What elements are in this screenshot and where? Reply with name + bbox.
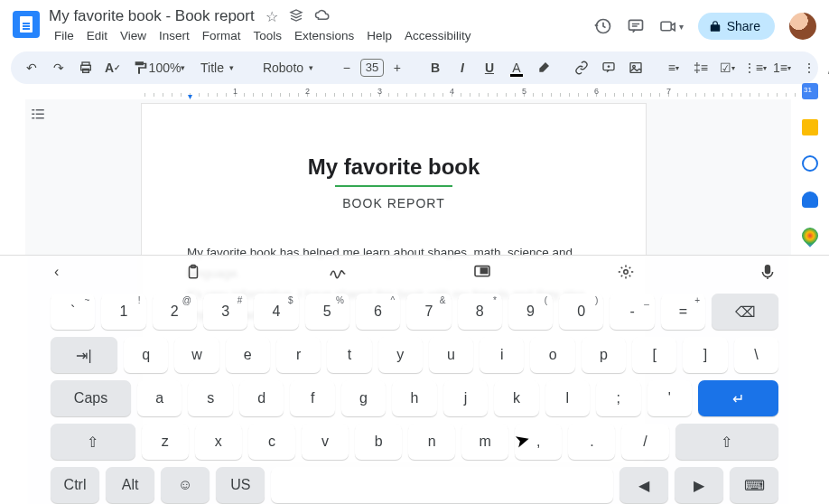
key-v[interactable]: v xyxy=(302,424,349,460)
key-l[interactable]: l xyxy=(545,380,590,416)
cloud-status-icon[interactable] xyxy=(314,8,331,25)
kb-handwriting-icon[interactable] xyxy=(329,265,347,279)
bulleted-list-button[interactable]: ⋮≡ ▾ xyxy=(743,56,767,79)
key-r[interactable]: r xyxy=(276,337,321,373)
key-alt[interactable]: Alt xyxy=(106,467,154,503)
outline-toggle-button[interactable] xyxy=(29,107,47,123)
move-icon[interactable] xyxy=(289,8,303,25)
font-size-increase[interactable]: + xyxy=(386,56,409,79)
key-n[interactable]: n xyxy=(408,424,455,460)
menu-view[interactable]: View xyxy=(115,27,152,44)
text-color-button[interactable]: A xyxy=(505,56,528,79)
menu-tools[interactable]: Tools xyxy=(248,27,288,44)
comments-icon[interactable] xyxy=(627,17,645,35)
editing-mode-button[interactable]: ▾ xyxy=(824,56,829,79)
font-size-input[interactable]: 35 xyxy=(360,59,384,77)
tasks-sidebar-icon[interactable] xyxy=(802,155,818,172)
highlight-button[interactable] xyxy=(532,56,555,79)
kb-floating-icon[interactable] xyxy=(473,265,491,279)
key-1[interactable]: 1! xyxy=(101,294,145,330)
key-.[interactable]: . xyxy=(568,424,615,460)
align-button[interactable]: ≡ ▾ xyxy=(662,56,685,79)
contacts-sidebar-icon[interactable] xyxy=(802,191,818,208)
key--[interactable]: -_ xyxy=(610,294,654,330)
key-k[interactable]: k xyxy=(494,380,538,416)
key-u[interactable]: u xyxy=(429,337,473,373)
key-left[interactable]: ◀ xyxy=(619,467,668,503)
kb-back-button[interactable]: ‹ xyxy=(54,264,59,280)
key-shift-left[interactable]: ⇧ xyxy=(51,424,135,460)
key-5[interactable]: 5% xyxy=(305,294,349,330)
key-b[interactable]: b xyxy=(355,424,402,460)
key-8[interactable]: 8* xyxy=(458,294,502,330)
key-e[interactable]: e xyxy=(226,337,270,373)
underline-button[interactable]: U xyxy=(478,56,501,79)
key-/[interactable]: / xyxy=(621,424,668,460)
numbered-list-button[interactable]: 1≡ ▾ xyxy=(770,56,794,79)
menu-format[interactable]: Format xyxy=(197,27,247,44)
history-icon[interactable] xyxy=(594,17,612,35)
meet-icon[interactable]: ▾ xyxy=(659,19,684,33)
key-'[interactable]: ' xyxy=(647,380,692,416)
star-icon[interactable]: ☆ xyxy=(265,8,278,25)
insert-image-button[interactable] xyxy=(624,56,647,79)
docs-logo[interactable] xyxy=(13,11,40,38)
key-tab[interactable]: ⇥| xyxy=(51,337,117,373)
document-title[interactable]: My favorite book - Book report xyxy=(49,7,255,25)
font-size-decrease[interactable]: − xyxy=(335,56,359,79)
spellcheck-button[interactable]: A✓ xyxy=(101,56,125,79)
italic-button[interactable]: I xyxy=(451,56,474,79)
share-button[interactable]: Share xyxy=(698,13,775,40)
key-4[interactable]: 4$ xyxy=(254,294,298,330)
kb-clipboard-icon[interactable] xyxy=(185,264,201,280)
key-7[interactable]: 7& xyxy=(406,294,451,330)
maps-sidebar-icon[interactable] xyxy=(798,224,821,247)
key-y[interactable]: y xyxy=(378,337,423,373)
kb-mic-icon[interactable] xyxy=(760,263,775,281)
key-][interactable]: ] xyxy=(683,337,727,373)
key-c[interactable]: c xyxy=(248,424,295,460)
checklist-button[interactable]: ☑ ▾ xyxy=(716,56,740,79)
key-\[interactable]: \ xyxy=(734,337,778,373)
keep-sidebar-icon[interactable] xyxy=(802,119,818,135)
calendar-sidebar-icon[interactable] xyxy=(802,83,818,99)
key-f[interactable]: f xyxy=(290,380,334,416)
zoom-select[interactable]: 100% ▾ xyxy=(155,56,179,79)
key-shift-right[interactable]: ⇧ xyxy=(675,424,779,460)
key-backspace[interactable]: ⌫ xyxy=(712,294,778,330)
account-avatar[interactable] xyxy=(789,13,816,40)
font-select[interactable]: Roboto▾ xyxy=(256,59,321,77)
key-t[interactable]: t xyxy=(327,337,371,373)
key-j[interactable]: j xyxy=(443,380,488,416)
kb-settings-icon[interactable] xyxy=(618,264,634,280)
key-g[interactable]: g xyxy=(341,380,386,416)
key-2[interactable]: 2@ xyxy=(153,294,197,330)
key-w[interactable]: w xyxy=(174,337,219,373)
key-enter[interactable]: ↵ xyxy=(698,380,778,416)
key-m[interactable]: m xyxy=(461,424,508,460)
redo-button[interactable]: ↷ xyxy=(47,56,70,79)
key-q[interactable]: q xyxy=(124,337,168,373)
key-0[interactable]: 0) xyxy=(559,294,603,330)
key-d[interactable]: d xyxy=(239,380,284,416)
key-s[interactable]: s xyxy=(188,380,232,416)
insert-comment-button[interactable] xyxy=(597,56,620,79)
key-o[interactable]: o xyxy=(530,337,574,373)
key-h[interactable]: h xyxy=(392,380,436,416)
menu-help[interactable]: Help xyxy=(361,27,397,44)
more-button[interactable]: ⋮ xyxy=(797,56,821,79)
menu-extensions[interactable]: Extensions xyxy=(289,27,359,44)
menu-edit[interactable]: Edit xyxy=(81,27,113,44)
key-9[interactable]: 9( xyxy=(508,294,553,330)
key-caps[interactable]: Caps xyxy=(51,380,131,416)
key-space[interactable] xyxy=(271,467,613,503)
key-x[interactable]: x xyxy=(195,424,242,460)
key-`[interactable]: `~ xyxy=(51,294,95,330)
undo-button[interactable]: ↶ xyxy=(20,56,43,79)
key-ctrl[interactable]: Ctrl xyxy=(51,467,99,503)
print-button[interactable] xyxy=(74,56,98,79)
key-p[interactable]: p xyxy=(582,337,626,373)
key-3[interactable]: 3# xyxy=(203,294,247,330)
menu-accessibility[interactable]: Accessibility xyxy=(399,27,477,44)
key-z[interactable]: z xyxy=(142,424,189,460)
